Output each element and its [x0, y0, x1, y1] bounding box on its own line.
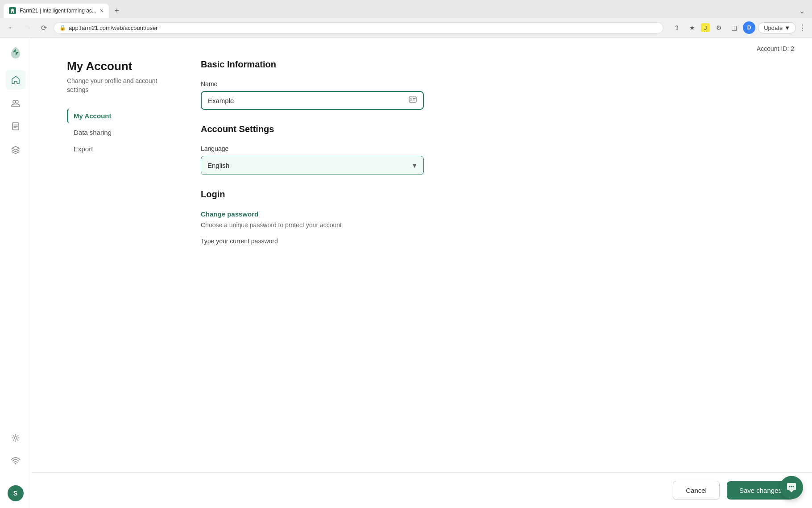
footer-bar: Cancel Save changes: [31, 472, 812, 508]
extensions-button[interactable]: J: [701, 23, 710, 32]
sidebar-button[interactable]: ◫: [728, 21, 740, 34]
url-text: app.farm21.com/web/account/user: [69, 25, 157, 31]
svg-point-12: [789, 486, 791, 487]
browser-chrome: Farm21 | Intelligent farming as... × + ⌄…: [0, 0, 812, 38]
puzzle-button[interactable]: ⚙: [713, 21, 725, 34]
sidebar-item-home[interactable]: [6, 70, 25, 90]
chat-widget-button[interactable]: [780, 476, 803, 499]
name-input-wrapper[interactable]: [201, 91, 424, 110]
browser-actions: ⇧ ★ J ⚙ ◫ D Update ▼ ⋮: [671, 21, 807, 34]
left-nav: My Account Change your profile and accou…: [67, 59, 165, 298]
tab-favicon: [9, 7, 16, 14]
account-id-banner: Account ID: 2: [31, 38, 812, 59]
nav-export[interactable]: Export: [67, 142, 165, 156]
language-select-wrapper: English German French Spanish ▼: [201, 156, 424, 175]
tab-close-button[interactable]: ×: [100, 7, 104, 14]
account-settings-title: Account Settings: [201, 124, 424, 134]
language-form-group: Language English German French Spanish ▼: [201, 145, 424, 175]
window-expand-icon[interactable]: ⌄: [799, 7, 805, 15]
svg-point-13: [791, 486, 792, 487]
account-id-label: Account ID:: [757, 45, 789, 52]
back-button[interactable]: ←: [5, 21, 18, 34]
bookmark-button[interactable]: ★: [686, 21, 698, 34]
left-nav-links: My Account Data sharing Export: [67, 108, 165, 156]
change-password-link[interactable]: Change password: [201, 210, 258, 218]
current-password-label: Type your current password: [201, 237, 424, 245]
language-select[interactable]: English German French Spanish: [201, 156, 424, 175]
more-options-button[interactable]: ⋮: [799, 23, 807, 33]
sidebar: S: [0, 38, 31, 508]
lock-icon: 🔒: [59, 25, 66, 31]
active-tab[interactable]: Farm21 | Intelligent farming as... ×: [4, 4, 109, 18]
nav-my-account[interactable]: My Account: [67, 108, 165, 123]
sidebar-item-settings[interactable]: [6, 428, 25, 448]
cancel-button[interactable]: Cancel: [673, 481, 720, 500]
url-bar[interactable]: 🔒 app.farm21.com/web/account/user: [54, 22, 663, 33]
tab-bar: Farm21 | Intelligent farming as... × + ⌄: [0, 0, 812, 18]
share-button[interactable]: ⇧: [671, 21, 683, 34]
forward-button[interactable]: →: [21, 21, 34, 34]
name-form-group: Name: [201, 80, 424, 110]
svg-point-0: [13, 100, 16, 103]
new-tab-button[interactable]: +: [111, 4, 123, 17]
sidebar-logo[interactable]: [8, 45, 24, 61]
login-section-title: Login: [201, 189, 424, 200]
basic-info-title: Basic Information: [201, 59, 424, 70]
update-label: Update: [764, 25, 783, 31]
address-bar: ← → ⟳ 🔒 app.farm21.com/web/account/user …: [0, 18, 812, 37]
name-label: Name: [201, 80, 424, 87]
update-button[interactable]: Update ▼: [758, 22, 796, 33]
password-hint: Choose a unique password to protect your…: [201, 221, 424, 229]
svg-point-1: [16, 100, 18, 103]
page-layout: My Account Change your profile and accou…: [31, 59, 812, 298]
sidebar-item-reports[interactable]: [6, 117, 25, 136]
name-input[interactable]: [208, 97, 409, 104]
sidebar-item-layers[interactable]: [6, 140, 25, 159]
sidebar-item-connectivity[interactable]: [6, 451, 25, 471]
svg-point-9: [410, 98, 412, 100]
account-id-value: 2: [791, 45, 794, 52]
profile-button[interactable]: D: [743, 21, 755, 34]
page-subtitle: Change your profile and account settings: [67, 77, 165, 94]
page-title: My Account: [67, 59, 165, 73]
nav-data-sharing[interactable]: Data sharing: [67, 125, 165, 140]
id-card-icon: [409, 96, 417, 104]
reload-button[interactable]: ⟳: [37, 21, 50, 34]
sidebar-user-avatar[interactable]: S: [8, 485, 24, 501]
svg-point-6: [14, 437, 17, 439]
sidebar-item-users[interactable]: [6, 93, 25, 113]
login-section: Login Change password Choose a unique pa…: [201, 189, 424, 245]
language-label: Language: [201, 145, 424, 152]
app-container: S Account ID: 2 My Account Change your p…: [0, 38, 812, 508]
svg-point-14: [793, 486, 794, 487]
form-area: Basic Information Name: [201, 59, 424, 298]
update-chevron: ▼: [784, 25, 790, 31]
main-content: Account ID: 2 My Account Change your pro…: [31, 38, 812, 508]
tab-title: Farm21 | Intelligent farming as...: [20, 8, 96, 14]
svg-point-7: [15, 463, 16, 465]
